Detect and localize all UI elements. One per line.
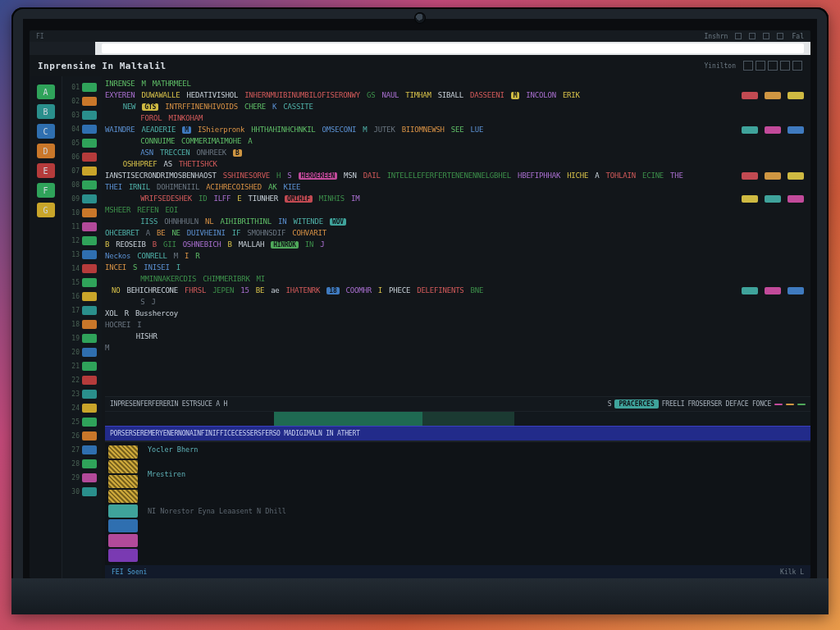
activity-item[interactable]: G: [37, 203, 55, 217]
code-content[interactable]: INRENSEMMATHRMEELEXYERENDUWAWALLEHEDATIV…: [105, 78, 810, 396]
activity-item[interactable]: E: [37, 163, 55, 178]
title-tool-icon[interactable]: [768, 61, 778, 71]
strip2-label: PORSERSEREMERYENERNONAINFINIFFICECESSERS…: [110, 430, 360, 437]
editor-pane[interactable]: INRENSEMMATHRMEELEXYERENDUWAWALLEHEDATIV…: [102, 76, 810, 578]
code-line[interactable]: XOLRBusshercoy: [105, 308, 810, 319]
line-number: 05: [65, 139, 80, 147]
code-line[interactable]: BREOSEIBBGIIOSHNEBICHBMALLAHHINROKINJ: [105, 239, 810, 250]
title-tool-icon[interactable]: [743, 61, 753, 71]
gutter-chip: [82, 362, 97, 371]
gutter-chip: [82, 445, 97, 454]
gutter-chip: [82, 180, 97, 189]
panel-gutter-block: [108, 504, 138, 518]
window-title: Inprensine In Maltalil: [38, 61, 704, 71]
gutter-row: 25: [65, 416, 99, 428]
strip1-cell[interactable]: [797, 404, 806, 405]
title-tool-icon[interactable]: [792, 61, 802, 71]
gutter-row: 02: [65, 95, 99, 107]
line-number: 02: [65, 98, 80, 105]
code-line[interactable]: NEWGTSINTRFFINENHIVOIDSCHEREKCASSITE: [105, 101, 810, 112]
code-line[interactable]: IANSTISECRONDRIMOSBENHAOSTSSHINESORVEHSH…: [105, 170, 810, 181]
gutter-row: 19: [65, 332, 99, 345]
menu-square-icon[interactable]: [735, 33, 742, 39]
activity-item[interactable]: F: [37, 183, 55, 198]
line-chip: [742, 126, 758, 134]
panel-body[interactable]: Yocler Bhern Mrestiren NI Norestor Eyna …: [141, 442, 810, 565]
gutter-row: 22: [65, 374, 99, 386]
activity-item[interactable]: B: [37, 104, 55, 119]
code-line[interactable]: M: [105, 342, 810, 354]
menu-right-label: Fal: [792, 33, 804, 40]
line-number: 14: [65, 265, 80, 272]
status-strip-2: PORSERSEREMERYENERNONAINFINIFFICECESSERS…: [105, 426, 810, 441]
panel-line: [148, 482, 804, 493]
gutter-chip: [82, 418, 97, 427]
strip1-cell[interactable]: [786, 404, 794, 405]
gutter-row: 18: [65, 318, 99, 331]
strip1-cell: FREELI: [662, 400, 685, 408]
gutter-chip: [82, 264, 97, 273]
code-line[interactable]: MSHEERREFENEOI: [105, 204, 810, 216]
code-line[interactable]: HOCREII: [105, 319, 810, 331]
code-line[interactable]: THEIIRNILDOHIMENIILACIHRECOISHEDAKKIEE: [105, 181, 810, 193]
code-line[interactable]: ASNTRECCENONHREEKB: [105, 147, 810, 158]
code-line[interactable]: MMINNAKERCDISCHIMMERIBRKMI: [105, 273, 810, 285]
strip1-cell[interactable]: [774, 404, 783, 405]
code-line[interactable]: EXYERENDUWAWALLEHEDATIVISHOLINHERNMUIBIN…: [105, 89, 810, 101]
menu-square-icon[interactable]: [749, 33, 756, 39]
line-chip: [788, 287, 804, 294]
code-line[interactable]: NOBEHICHRECONEFHRSLJEPEN15BEaeIHATENRK18…: [105, 285, 810, 296]
address-bar[interactable]: [102, 43, 804, 53]
panel-line: [148, 458, 804, 468]
gutter-chip: [82, 376, 97, 385]
activity-item[interactable]: A: [37, 84, 55, 99]
line-number: 11: [65, 223, 80, 231]
title-hint: Yinilton: [704, 62, 736, 70]
status-left: FEI Soeni: [112, 568, 147, 576]
gutter-row: 21: [65, 360, 99, 372]
strip1-cell: FROSERSER DEFACE FONCE: [687, 400, 771, 408]
panel-gutter-block: [108, 460, 138, 473]
activity-item[interactable]: C: [37, 124, 55, 139]
gutter-chip: [82, 334, 97, 343]
line-number: 23: [65, 390, 80, 398]
gutter-row: 09: [65, 193, 99, 205]
code-line[interactable]: OSHHPREFASTHETISHCK: [105, 158, 810, 170]
code-line[interactable]: FOROLMINKOHAM: [105, 112, 810, 124]
line-chip: [765, 287, 781, 294]
gutter-row: 04: [65, 123, 99, 135]
menu-square-icon[interactable]: [777, 33, 783, 39]
code-line[interactable]: OHCEBRETABENEDUIVHEINIIFSMOHNSDIFCOHVARI…: [105, 227, 810, 239]
code-line[interactable]: CONNUIMECOMMERIMAIMOHEA: [105, 135, 810, 147]
title-tool-icon[interactable]: [780, 61, 790, 71]
menu-bar: FI Inshrn Fal: [30, 30, 810, 42]
address-bar-row: [30, 42, 810, 55]
menu-left: FI: [36, 33, 44, 40]
menu-square-icon[interactable]: [763, 33, 769, 39]
line-number: 13: [65, 251, 80, 258]
menu-right: Inshrn Fal: [700, 33, 805, 40]
gutter-row: 10: [65, 207, 99, 219]
line-number: 10: [65, 209, 80, 217]
activity-bar: A B C D E F G: [30, 76, 62, 578]
code-line[interactable]: INCEISINISEII: [105, 262, 810, 273]
code-line[interactable]: INRENSEMMATHRMEEL: [105, 78, 810, 89]
gutter-chip: [82, 194, 97, 203]
gutter-row: 13: [65, 249, 99, 261]
activity-item[interactable]: D: [37, 144, 55, 158]
code-line[interactable]: IISSOHNHHULNNLAIHIBRITHINLINWITENDEWOV: [105, 216, 810, 227]
gutter-chip: [82, 125, 97, 134]
code-line[interactable]: WAINDREAEADERIEMIShierpronkHHTHAHINHCHNK…: [105, 124, 810, 135]
code-line[interactable]: NeckosCONRELLMIR: [105, 250, 810, 262]
line-number: 22: [65, 377, 80, 384]
gutter-chip: [82, 167, 97, 176]
gutter-row: 23: [65, 388, 99, 400]
strip1-cell[interactable]: PRACERCES: [614, 399, 658, 409]
status-strip-progress: [105, 411, 810, 426]
main-area: A B C D E F G 01020304050607080910111213…: [30, 76, 810, 578]
gutter-row: 29: [65, 472, 99, 484]
title-tool-icon[interactable]: [756, 61, 765, 71]
code-line[interactable]: HISHR: [105, 331, 810, 342]
code-line[interactable]: WRIFSEDESHEKIDILFFETIUNHEROMIHIFMINHISIM: [105, 193, 810, 204]
code-line[interactable]: SJ: [105, 296, 810, 308]
